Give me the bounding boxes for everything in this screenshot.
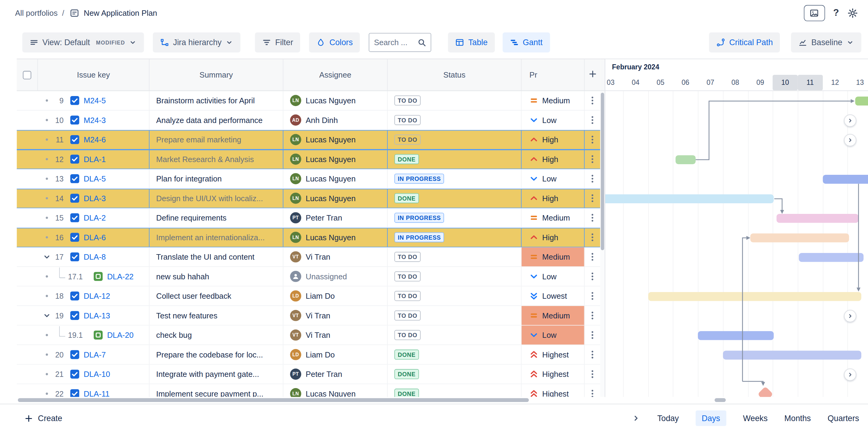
status-cell[interactable]: DONE: [388, 189, 522, 208]
assignee-cell[interactable]: LNLucas Nguyen: [283, 384, 388, 397]
vertical-scrollbar-thumb[interactable]: [601, 93, 604, 250]
gantt-bar-DLA-12[interactable]: [648, 292, 861, 300]
column-header-summary[interactable]: Summary: [150, 59, 283, 90]
column-header-status[interactable]: Status: [388, 59, 522, 90]
assignee-cell[interactable]: LNLucas Nguyen: [283, 130, 388, 149]
row-more-actions-button[interactable]: [587, 193, 597, 203]
row-more-actions-button[interactable]: [587, 271, 597, 282]
status-cell[interactable]: DONE: [388, 345, 522, 364]
status-cell[interactable]: TO DO: [388, 130, 522, 149]
scroll-to-bar-button[interactable]: [844, 134, 857, 146]
row-more-actions-button[interactable]: [587, 135, 597, 144]
issue-key-link[interactable]: DLA-20: [107, 330, 133, 339]
gantt-bar-DLA-7[interactable]: [723, 350, 861, 359]
row-more-actions-button[interactable]: [587, 154, 597, 164]
row-more-actions-button[interactable]: [587, 291, 597, 301]
status-cell[interactable]: TO DO: [388, 287, 522, 306]
summary-cell[interactable]: Collect user feedback: [150, 287, 283, 306]
issue-key-link[interactable]: DLA-8: [84, 252, 105, 261]
status-cell[interactable]: TO DO: [388, 267, 522, 286]
zoom-days-button[interactable]: Days: [695, 410, 726, 426]
status-cell[interactable]: TO DO: [388, 111, 522, 129]
table-view-button[interactable]: Table: [448, 32, 495, 52]
summary-cell[interactable]: Prepare the codebase for loc...: [150, 345, 283, 364]
summary-cell[interactable]: Plan for integration: [150, 169, 283, 188]
summary-cell[interactable]: Analyze data and performance: [150, 111, 283, 129]
help-button[interactable]: ?: [833, 7, 839, 19]
row-more-actions-button[interactable]: [587, 389, 597, 397]
priority-cell[interactable]: Highest: [522, 345, 584, 364]
priority-cell[interactable]: Low: [522, 169, 584, 188]
column-header-priority[interactable]: Pr: [522, 59, 584, 90]
filter-button[interactable]: Filter: [255, 32, 301, 52]
priority-cell[interactable]: High: [522, 150, 584, 169]
priority-cell[interactable]: Medium: [522, 91, 584, 110]
status-cell[interactable]: DONE: [388, 150, 522, 169]
assignee-cell[interactable]: LDLiam Do: [283, 345, 388, 364]
table-row[interactable]: 19.1DLA-20check bugVTVi TranTO DOLow: [17, 326, 600, 345]
status-cell[interactable]: IN PROGRESS: [388, 208, 522, 228]
summary-cell[interactable]: new sub hahah: [150, 267, 283, 286]
table-row[interactable]: 20DLA-7Prepare the codebase for loc...LD…: [17, 345, 600, 365]
issue-key-link[interactable]: DLA-11: [84, 389, 110, 397]
assignee-cell[interactable]: ADAnh Dinh: [283, 111, 388, 129]
gantt-bar-DLA-6[interactable]: [750, 233, 849, 242]
table-row[interactable]: 19DLA-13Test new featuresVTVi TranTO DOM…: [17, 306, 600, 326]
table-row[interactable]: 9M24-5Brainstorm activities for AprilLNL…: [17, 91, 600, 111]
issue-key-link[interactable]: DLA-22: [107, 272, 133, 281]
table-row[interactable]: 22DLA-11Implement secure payment p...LNL…: [17, 384, 600, 397]
issue-key-link[interactable]: DLA-13: [84, 311, 110, 320]
expand-chevron-icon[interactable]: [42, 252, 51, 261]
gantt-bar-M24-5[interactable]: [855, 96, 868, 105]
assignee-cell[interactable]: LNLucas Nguyen: [283, 169, 388, 188]
priority-cell[interactable]: Medium: [522, 248, 584, 267]
scroll-to-bar-button[interactable]: [844, 368, 857, 381]
status-cell[interactable]: IN PROGRESS: [388, 228, 522, 247]
table-gantt-divider[interactable]: [605, 59, 605, 397]
settings-button[interactable]: [847, 7, 858, 18]
summary-cell[interactable]: Test new features: [150, 306, 283, 325]
issue-key-link[interactable]: DLA-1: [84, 155, 105, 164]
scroll-to-bar-button[interactable]: [844, 310, 857, 322]
add-column-button[interactable]: [588, 70, 597, 80]
column-header-issue-key[interactable]: Issue key: [38, 59, 150, 90]
issue-key-link[interactable]: DLA-5: [84, 174, 105, 183]
issue-key-link[interactable]: DLA-10: [84, 370, 110, 378]
status-cell[interactable]: TO DO: [388, 248, 522, 267]
summary-cell[interactable]: Integrate with payment gate...: [150, 365, 283, 384]
search-input[interactable]: [374, 37, 415, 46]
table-row[interactable]: 16DLA-6Implement an internationaliza...L…: [17, 228, 600, 248]
table-horizontal-scrollbar-thumb[interactable]: [18, 398, 529, 402]
expand-chevron-icon[interactable]: [42, 311, 51, 320]
summary-cell[interactable]: Define requirements: [150, 208, 283, 228]
issue-key-link[interactable]: DLA-3: [84, 194, 105, 203]
priority-cell[interactable]: Lowest: [522, 287, 584, 306]
assignee-cell[interactable]: VTVi Tran: [283, 326, 388, 345]
issue-key-link[interactable]: DLA-6: [84, 233, 105, 242]
row-more-actions-button[interactable]: [587, 350, 597, 359]
table-row[interactable]: 11M24-6Prepare email marketingLNLucas Ng…: [17, 130, 600, 150]
gantt-bar-DLA-20[interactable]: [698, 331, 774, 340]
status-cell[interactable]: DONE: [388, 365, 522, 384]
row-more-actions-button[interactable]: [587, 95, 597, 106]
assignee-cell[interactable]: LDLiam Do: [283, 287, 388, 306]
baseline-button[interactable]: Baseline: [791, 32, 861, 52]
gantt-horizontal-scrollbar-thumb[interactable]: [715, 398, 726, 402]
gantt-bar-DLA-8[interactable]: [799, 253, 864, 261]
assignee-cell[interactable]: PTPeter Tran: [283, 208, 388, 228]
zoom-weeks-button[interactable]: Weeks: [743, 414, 768, 423]
assignee-cell[interactable]: PTPeter Tran: [283, 365, 388, 384]
status-cell[interactable]: TO DO: [388, 306, 522, 325]
assignee-cell[interactable]: LNLucas Nguyen: [283, 189, 388, 208]
row-more-actions-button[interactable]: [587, 252, 597, 262]
issue-key-link[interactable]: DLA-12: [84, 291, 110, 300]
select-all-checkbox[interactable]: [23, 70, 31, 79]
assignee-cell[interactable]: Unassigned: [283, 267, 388, 286]
summary-cell[interactable]: check bug: [150, 326, 283, 345]
row-more-actions-button[interactable]: [587, 232, 597, 242]
assignee-cell[interactable]: VTVi Tran: [283, 248, 388, 267]
breadcrumb-all-portfolios[interactable]: All portfolios: [15, 8, 58, 17]
hierarchy-button[interactable]: Jira hierarchy: [153, 32, 240, 52]
issue-key-link[interactable]: DLA-7: [84, 350, 105, 359]
assignee-cell[interactable]: LNLucas Nguyen: [283, 228, 388, 247]
